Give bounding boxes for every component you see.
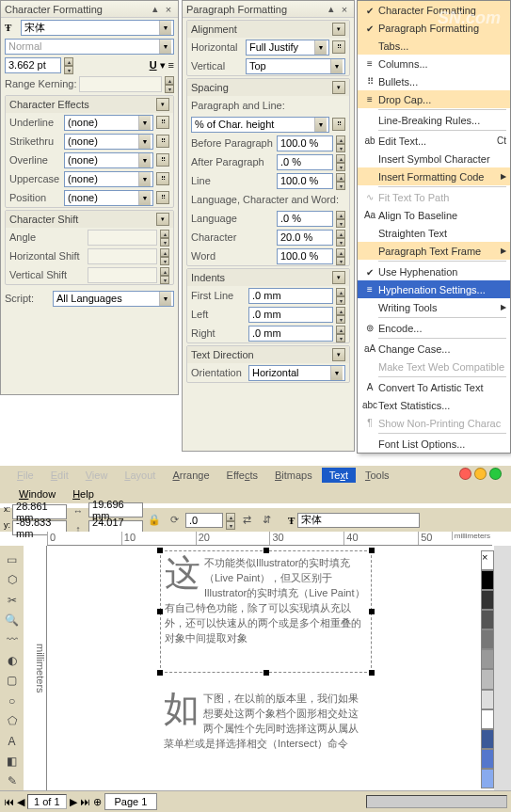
before-spinner[interactable]: ▴▾ — [336, 135, 345, 151]
char-input[interactable]: 20.0 % — [277, 230, 333, 246]
menu-item[interactable]: ⠿Bullets... — [358, 72, 510, 90]
align-h-options[interactable]: ⠿ — [332, 40, 345, 54]
align-v-dropdown[interactable]: Top▼ — [246, 58, 345, 74]
page-add[interactable]: ⊕ — [93, 796, 102, 808]
swatch-white[interactable] — [481, 709, 494, 729]
menu-item[interactable]: ≡Drop Cap... — [358, 90, 510, 108]
section-collapse-btn[interactable]: ▾ — [332, 271, 345, 284]
smart-fill-tool[interactable]: ◐ — [3, 651, 22, 669]
menu-item[interactable]: abcText Statistics... — [358, 396, 510, 414]
menu-view[interactable]: View — [78, 468, 116, 483]
line-input[interactable]: 100.0 % — [277, 173, 333, 189]
text-tool[interactable]: A — [3, 732, 22, 750]
swatch[interactable] — [481, 769, 494, 788]
menu-item[interactable]: Character Formatting — [358, 1, 510, 19]
lang-spinner[interactable]: ▴▾ — [336, 211, 345, 227]
w-input[interactable]: 19.696 mm — [88, 502, 143, 517]
lock-icon[interactable]: 🔒 — [146, 512, 163, 529]
menu-help[interactable]: Help — [72, 488, 94, 500]
shape-tool[interactable]: ⬡ — [3, 570, 22, 588]
freehand-tool[interactable]: 〰 — [3, 631, 22, 649]
right-spinner[interactable]: ▴▾ — [336, 326, 345, 342]
polygon-tool[interactable]: ⬠ — [3, 711, 22, 729]
menu-item[interactable]: Use Hyphenation — [358, 263, 510, 280]
effect-dropdown[interactable]: (none)▼ — [64, 115, 153, 131]
zoom-tool[interactable]: 🔍 — [3, 611, 22, 629]
panel-close-btn[interactable]: × — [163, 4, 174, 15]
effect-options[interactable]: ⠿ — [156, 172, 169, 185]
menu-item[interactable]: Tabs... — [358, 37, 510, 55]
font-family-dropdown[interactable]: 宋体▼ — [21, 20, 174, 36]
swatch[interactable] — [481, 729, 494, 749]
menu-layout[interactable]: Layout — [117, 468, 163, 483]
underline-icon[interactable]: U — [150, 59, 157, 71]
align-h-dropdown[interactable]: Full Justify▼ — [246, 40, 329, 56]
first-spinner[interactable]: ▴▾ — [336, 288, 345, 304]
menu-item[interactable]: ≡Columns... — [358, 55, 510, 72]
swatch[interactable] — [481, 590, 494, 610]
swatch[interactable] — [481, 649, 494, 669]
swatch[interactable] — [481, 690, 494, 709]
effect-dropdown[interactable]: (none)▼ — [64, 171, 153, 187]
orient-dropdown[interactable]: Horizontal▼ — [248, 365, 345, 381]
close-btn[interactable] — [459, 468, 471, 480]
menu-item[interactable]: Line-Breaking Rules... — [358, 111, 510, 129]
menu-text[interactable]: Text — [322, 468, 356, 483]
menu-item[interactable]: abEdit Text...Ct — [358, 132, 510, 150]
after-input[interactable]: .0 % — [277, 154, 333, 170]
menu-item[interactable]: AaAlign To Baseline — [358, 206, 510, 224]
left-input[interactable]: .0 mm — [248, 307, 333, 323]
rotation-input[interactable]: .0 — [185, 513, 223, 528]
menu-item[interactable]: AConvert To Artistic Text — [358, 378, 510, 396]
effect-options[interactable]: ⠿ — [156, 135, 169, 148]
page-nav-first[interactable]: ⏮ — [4, 796, 14, 807]
scrollbar-v[interactable] — [494, 546, 511, 790]
effect-options[interactable]: ⠿ — [156, 116, 169, 129]
page-tab[interactable]: Page 1 — [104, 793, 158, 810]
rotation-spinner[interactable]: ▴▾ — [226, 513, 235, 528]
left-spinner[interactable]: ▴▾ — [336, 307, 345, 323]
swatch-black[interactable] — [481, 570, 494, 590]
effect-dropdown[interactable]: (none)▼ — [64, 152, 153, 168]
swatch[interactable] — [481, 610, 494, 629]
menu-item[interactable]: ≡Hyphenation Settings... — [358, 280, 510, 298]
font-size-input[interactable]: 3.662 pt — [5, 57, 61, 73]
menu-item[interactable]: Paragraph Text Frame▶ — [358, 242, 510, 260]
swatch[interactable] — [481, 749, 494, 769]
section-collapse-btn[interactable]: ▾ — [156, 213, 169, 226]
mirror-h-icon[interactable]: ⇄ — [238, 512, 255, 529]
menu-item[interactable]: ⊚Encode... — [358, 319, 510, 337]
toolbar-font-dropdown[interactable]: 宋体 — [297, 513, 420, 528]
after-spinner[interactable]: ▴▾ — [336, 154, 345, 170]
word-spinner[interactable]: ▴▾ — [336, 248, 345, 264]
right-input[interactable]: .0 mm — [248, 326, 333, 342]
menu-bitmaps[interactable]: Bitmaps — [267, 468, 320, 483]
font-style-dropdown[interactable]: Normal▼ — [5, 39, 174, 55]
page-nav-last[interactable]: ⏭ — [80, 796, 90, 807]
swatch[interactable] — [481, 629, 494, 649]
section-collapse-btn[interactable]: ▾ — [156, 98, 169, 111]
menu-edit[interactable]: Edit — [43, 468, 76, 483]
zoom-btn[interactable] — [489, 468, 502, 480]
ellipse-tool[interactable]: ○ — [3, 692, 22, 709]
rectangle-tool[interactable]: ▢ — [3, 672, 22, 690]
before-input[interactable]: 100.0 % — [277, 135, 333, 151]
effect-options[interactable]: ⠿ — [156, 191, 169, 204]
section-collapse-btn[interactable]: ▾ — [332, 348, 345, 361]
page-nav-prev[interactable]: ◀ — [17, 796, 24, 808]
menu-item[interactable]: Insert Symbol Character — [358, 150, 510, 167]
scrollbar-h[interactable] — [366, 795, 507, 808]
underline-menu[interactable]: ▾ — [160, 59, 166, 72]
menu-item[interactable]: Straighten Text — [358, 224, 510, 242]
menu-arrange[interactable]: Arrange — [165, 468, 216, 483]
panel-menu-btn[interactable]: ▴ — [150, 4, 161, 15]
font-size-spinner[interactable]: ▴▾ — [64, 57, 73, 73]
panel-menu-btn[interactable]: ▴ — [326, 4, 337, 15]
menu-item[interactable]: aAChange Case... — [358, 340, 510, 358]
section-collapse-btn[interactable]: ▾ — [332, 23, 345, 36]
effect-dropdown[interactable]: (none)▼ — [64, 190, 153, 206]
spacing-unit-dropdown[interactable]: % of Char. height▼ — [191, 117, 329, 133]
menu-window[interactable]: Window — [19, 488, 56, 500]
effect-options[interactable]: ⠿ — [156, 153, 169, 167]
first-input[interactable]: .0 mm — [248, 288, 333, 304]
